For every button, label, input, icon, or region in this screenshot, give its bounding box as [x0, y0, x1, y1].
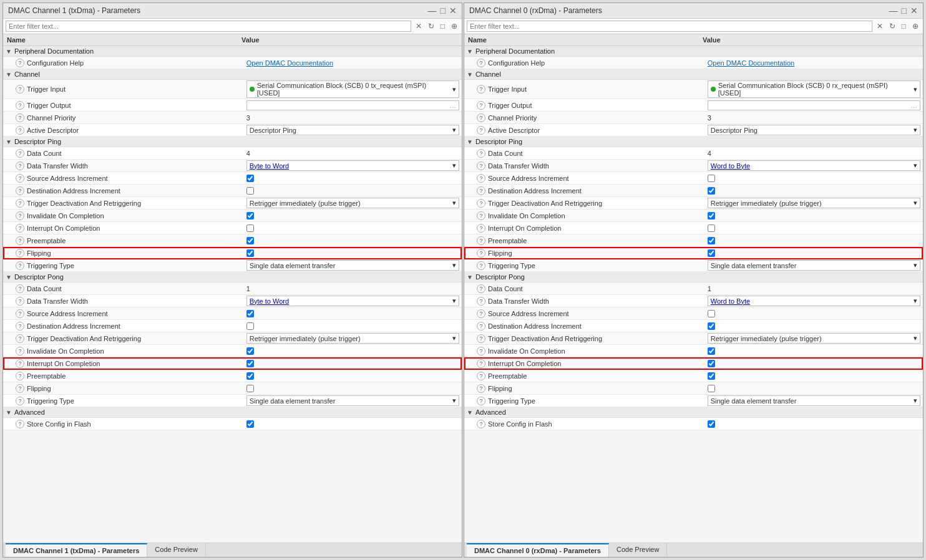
checkbox-3-5[interactable] [708, 347, 715, 355]
checkbox-3-3[interactable] [246, 322, 254, 330]
dropdown-value-2-4[interactable]: Retrigger immediately (pulse trigger) ▾ [708, 198, 920, 208]
help-icon-3-1[interactable]: ? [477, 297, 485, 306]
checkbox-3-2[interactable] [708, 310, 715, 317]
help-icon-2-1[interactable]: ? [477, 162, 485, 170]
help-icon-3-4[interactable]: ? [16, 334, 24, 343]
checkbox-3-5[interactable] [246, 347, 254, 355]
help-icon-3-8[interactable]: ? [16, 384, 24, 393]
checkbox-4-0[interactable] [246, 420, 254, 428]
help-icon-2-3[interactable]: ? [16, 186, 24, 195]
checkbox-2-3[interactable] [246, 187, 254, 195]
link-value-0-0[interactable]: Open DMAC Documentation [246, 59, 333, 67]
section-header-1[interactable]: ▼Channel [3, 69, 462, 80]
help-icon-3-7[interactable]: ? [477, 372, 485, 380]
trigger-input-1-0[interactable]: Serial Communication Block (SCB) 0 rx_re… [708, 80, 920, 98]
help-icon-2-7[interactable]: ? [16, 236, 24, 245]
dropdown-value-3-4[interactable]: Retrigger immediately (pulse trigger) ▾ [708, 333, 920, 344]
help-icon-2-2[interactable]: ? [16, 174, 24, 183]
help-icon-2-8[interactable]: ? [477, 249, 485, 258]
dropdown-value-3-4[interactable]: Retrigger immediately (pulse trigger) ▾ [246, 333, 459, 344]
dropdown-value-1-3[interactable]: Descriptor Ping ▾ [246, 125, 459, 135]
checkbox-2-8[interactable] [708, 249, 715, 257]
clear-filter-icon2[interactable]: ✕ [875, 21, 885, 31]
expand-icon2[interactable]: ⊕ [910, 21, 920, 31]
checkbox-2-2[interactable] [708, 175, 715, 182]
panel1-tab-params[interactable]: DMAC Channel 1 (txDma) - Parameters [6, 543, 147, 557]
help-icon-2-6[interactable]: ? [477, 224, 485, 233]
panel2-tab-code[interactable]: Code Preview [609, 543, 667, 557]
help-icon-2-5[interactable]: ? [16, 211, 24, 220]
help-icon-2-5[interactable]: ? [477, 211, 485, 220]
help-icon-3-6[interactable]: ? [16, 359, 24, 368]
help-icon-3-3[interactable]: ? [16, 322, 24, 331]
checkbox-4-0[interactable] [708, 420, 715, 428]
help-icon-1-1[interactable]: ? [16, 101, 24, 110]
help-icon-2-4[interactable]: ? [16, 199, 24, 208]
help-icon-3-1[interactable]: ? [16, 297, 24, 306]
section-header-0[interactable]: ▼Peripheral Documentation [464, 46, 923, 57]
help-icon-3-5[interactable]: ? [477, 347, 485, 355]
help-icon-3-5[interactable]: ? [16, 347, 24, 355]
dropdown-value-3-9[interactable]: Single data element transfer ▾ [246, 395, 459, 406]
help-icon-2-9[interactable]: ? [477, 261, 485, 270]
refresh-icon2[interactable]: ↻ [887, 21, 897, 31]
help-icon-3-0[interactable]: ? [16, 284, 24, 293]
help-icon-1-0[interactable]: ? [477, 85, 485, 94]
checkbox-2-5[interactable] [246, 212, 254, 220]
dropdown-underline-value-2-1[interactable]: Byte to Word ▾ [246, 160, 459, 171]
help-icon-2-1[interactable]: ? [16, 162, 24, 170]
section-header-4[interactable]: ▼Advanced [3, 407, 462, 418]
help-icon-3-2[interactable]: ? [477, 309, 485, 318]
help-icon-1-3[interactable]: ? [477, 126, 485, 135]
minimize-icon[interactable]: — [428, 6, 437, 16]
help-icon-3-3[interactable]: ? [477, 322, 485, 331]
refresh-icon[interactable]: ↻ [426, 21, 436, 31]
help-icon-1-2[interactable]: ? [16, 113, 24, 122]
help-icon-1-1[interactable]: ? [477, 101, 485, 110]
help-icon-4-0[interactable]: ? [16, 420, 24, 428]
help-icon-3-0[interactable]: ? [477, 284, 485, 293]
section-header-2[interactable]: ▼Descriptor Ping [3, 137, 462, 147]
dropdown-value-2-4[interactable]: Retrigger immediately (pulse trigger) ▾ [246, 198, 459, 208]
section-header-3[interactable]: ▼Descriptor Pong [3, 272, 462, 282]
dropdown-underline-value-3-1[interactable]: Word to Byte ▾ [708, 296, 920, 306]
checkbox-2-3[interactable] [708, 187, 715, 195]
unassigned-box-1-1[interactable]: … [246, 100, 459, 110]
checkbox-2-6[interactable] [708, 224, 715, 232]
close-icon[interactable]: ✕ [449, 6, 457, 16]
help-icon-2-3[interactable]: ? [477, 186, 485, 195]
close-icon2[interactable]: ✕ [910, 6, 918, 16]
help-icon-4-0[interactable]: ? [477, 420, 485, 428]
help-icon-2-9[interactable]: ? [16, 261, 24, 270]
help-icon-2-6[interactable]: ? [16, 224, 24, 233]
panel1-filter-input[interactable] [6, 21, 411, 32]
panel1-tab-code[interactable]: Code Preview [147, 543, 205, 557]
panel2-tab-params[interactable]: DMAC Channel 0 (rxDma) - Parameters [467, 543, 609, 557]
help-icon-3-2[interactable]: ? [16, 309, 24, 318]
help-icon-3-9[interactable]: ? [477, 397, 485, 405]
trigger-input-1-0[interactable]: Serial Communication Block (SCB) 0 tx_re… [246, 80, 459, 98]
help-icon-1-2[interactable]: ? [477, 113, 485, 122]
unassigned-box-1-1[interactable]: … [708, 100, 920, 110]
panel2-filter-input[interactable] [467, 21, 872, 32]
section-header-4[interactable]: ▼Advanced [464, 407, 923, 418]
expand-icon[interactable]: ⊕ [449, 21, 459, 31]
collapse-icon[interactable]: □ [439, 21, 447, 31]
checkbox-2-7[interactable] [246, 237, 254, 244]
help-icon-2-2[interactable]: ? [477, 174, 485, 183]
dropdown-value-2-9[interactable]: Single data element transfer ▾ [708, 260, 920, 271]
checkbox-3-6[interactable] [246, 360, 254, 367]
clear-filter-icon[interactable]: ✕ [414, 21, 424, 31]
dropdown-value-1-3[interactable]: Descriptor Ping ▾ [708, 125, 920, 135]
help-icon-2-8[interactable]: ? [16, 249, 24, 258]
link-value-0-0[interactable]: Open DMAC Documentation [708, 59, 794, 67]
checkbox-3-2[interactable] [246, 310, 254, 317]
help-icon-1-3[interactable]: ? [16, 126, 24, 135]
help-icon-3-9[interactable]: ? [16, 397, 24, 405]
section-header-2[interactable]: ▼Descriptor Ping [464, 137, 923, 147]
help-icon-3-7[interactable]: ? [16, 372, 24, 380]
collapse-icon2[interactable]: □ [900, 21, 908, 31]
dropdown-underline-value-3-1[interactable]: Byte to Word ▾ [246, 296, 459, 306]
minimize-icon2[interactable]: — [889, 6, 898, 16]
checkbox-3-8[interactable] [708, 385, 715, 392]
